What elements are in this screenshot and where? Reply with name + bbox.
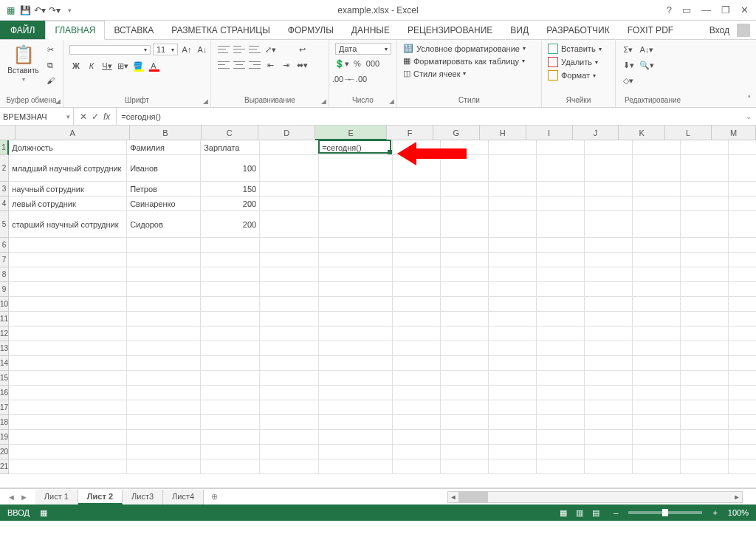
cell[interactable] bbox=[489, 211, 537, 238]
cell[interactable] bbox=[537, 253, 585, 267]
align-center-icon[interactable] bbox=[233, 58, 246, 72]
cell[interactable] bbox=[441, 386, 489, 400]
cell[interactable] bbox=[127, 341, 201, 356]
row-header-3[interactable]: 3 bbox=[0, 182, 9, 196]
cell[interactable] bbox=[729, 371, 756, 386]
login-link[interactable]: Вход bbox=[709, 25, 729, 35]
cell[interactable] bbox=[537, 415, 585, 430]
cell[interactable] bbox=[729, 341, 756, 356]
cell[interactable] bbox=[127, 326, 201, 341]
indent-increase-icon[interactable]: ⇥ bbox=[279, 58, 292, 72]
cell[interactable] bbox=[319, 312, 393, 326]
cell[interactable] bbox=[489, 267, 537, 282]
cell[interactable] bbox=[441, 253, 489, 267]
format-painter-icon[interactable]: 🖌 bbox=[44, 74, 57, 87]
align-middle-icon[interactable] bbox=[233, 43, 246, 56]
cell[interactable] bbox=[441, 326, 489, 341]
cell[interactable] bbox=[9, 400, 127, 415]
cell[interactable] bbox=[201, 430, 260, 445]
conditional-formatting-button[interactable]: 🔢Условное форматирование▾ bbox=[403, 43, 526, 54]
cell[interactable] bbox=[729, 182, 756, 196]
cell[interactable] bbox=[633, 386, 681, 400]
cell[interactable]: старший научный сотрудник bbox=[9, 211, 127, 238]
qat-customize-icon[interactable]: ▾ bbox=[63, 4, 75, 16]
cell[interactable] bbox=[681, 326, 729, 341]
cell[interactable] bbox=[633, 297, 681, 312]
delete-cells-button[interactable]: Удалить▾ bbox=[548, 56, 598, 68]
cell[interactable] bbox=[393, 445, 441, 459]
sheet-tab[interactable]: Лист 1 bbox=[35, 490, 78, 504]
fill-icon[interactable]: ⬇▾ bbox=[622, 58, 635, 72]
cell[interactable] bbox=[393, 196, 441, 211]
cell[interactable] bbox=[633, 459, 681, 474]
tab-главная[interactable]: ГЛАВНАЯ bbox=[45, 21, 105, 40]
collapse-ribbon-icon[interactable]: ˄ bbox=[747, 95, 752, 104]
cell[interactable] bbox=[681, 253, 729, 267]
row-header-14[interactable]: 14 bbox=[0, 356, 9, 371]
cell[interactable]: 200 bbox=[201, 196, 260, 211]
cell[interactable] bbox=[9, 371, 127, 386]
cell[interactable] bbox=[127, 415, 201, 430]
cell[interactable] bbox=[319, 341, 393, 356]
cell[interactable] bbox=[127, 253, 201, 267]
cell[interactable] bbox=[393, 415, 441, 430]
tab-рецензирование[interactable]: РЕЦЕНЗИРОВАНИЕ bbox=[399, 21, 501, 39]
cell[interactable] bbox=[441, 155, 489, 182]
cell[interactable] bbox=[681, 297, 729, 312]
cut-icon[interactable]: ✂ bbox=[44, 43, 57, 56]
row-header-1[interactable]: 1 bbox=[0, 140, 9, 155]
italic-button[interactable]: К bbox=[85, 59, 98, 72]
cell[interactable] bbox=[537, 312, 585, 326]
cell[interactable] bbox=[537, 196, 585, 211]
align-top-icon[interactable] bbox=[217, 43, 230, 56]
cell[interactable] bbox=[681, 282, 729, 297]
cell[interactable] bbox=[9, 356, 127, 371]
cell[interactable] bbox=[260, 415, 319, 430]
col-header-E[interactable]: E bbox=[315, 126, 387, 140]
cell[interactable] bbox=[441, 445, 489, 459]
cell[interactable] bbox=[729, 356, 756, 371]
cell[interactable] bbox=[9, 415, 127, 430]
cell[interactable] bbox=[441, 196, 489, 211]
cell[interactable] bbox=[633, 356, 681, 371]
enter-formula-icon[interactable]: ✓ bbox=[92, 112, 99, 122]
cell[interactable] bbox=[681, 238, 729, 253]
border-button[interactable]: ⊞▾ bbox=[116, 59, 129, 72]
cell[interactable] bbox=[260, 238, 319, 253]
cell[interactable] bbox=[441, 140, 489, 155]
indent-decrease-icon[interactable]: ⇤ bbox=[264, 58, 277, 72]
cell[interactable] bbox=[441, 371, 489, 386]
cell[interactable] bbox=[393, 155, 441, 182]
cell[interactable] bbox=[393, 182, 441, 196]
cell[interactable] bbox=[633, 282, 681, 297]
cell[interactable] bbox=[9, 386, 127, 400]
col-header-H[interactable]: H bbox=[480, 126, 526, 140]
cell[interactable] bbox=[319, 459, 393, 474]
decrease-decimal-icon[interactable]: ←.00 bbox=[351, 72, 364, 86]
cell[interactable] bbox=[127, 400, 201, 415]
scroll-thumb[interactable] bbox=[458, 492, 488, 502]
help-icon[interactable]: ? bbox=[667, 4, 672, 16]
cell[interactable]: 200 bbox=[201, 211, 260, 238]
cell[interactable] bbox=[127, 386, 201, 400]
col-header-K[interactable]: K bbox=[619, 126, 665, 140]
cell[interactable] bbox=[260, 267, 319, 282]
minimize-icon[interactable]: — bbox=[701, 4, 711, 16]
redo-icon[interactable]: ↷▾ bbox=[49, 4, 61, 16]
cell[interactable] bbox=[681, 445, 729, 459]
cell[interactable] bbox=[319, 155, 393, 182]
cell[interactable] bbox=[127, 371, 201, 386]
cell[interactable] bbox=[260, 445, 319, 459]
col-header-D[interactable]: D bbox=[258, 126, 315, 140]
tab-разработчик[interactable]: РАЗРАБОТЧИК bbox=[537, 21, 619, 39]
cell[interactable] bbox=[729, 140, 756, 155]
decrease-font-icon[interactable]: A↓ bbox=[196, 43, 209, 56]
cell[interactable] bbox=[489, 386, 537, 400]
align-right-icon[interactable] bbox=[248, 58, 261, 72]
increase-font-icon[interactable]: A↑ bbox=[180, 43, 193, 56]
cell-styles-button[interactable]: ◫Стили ячеек▾ bbox=[403, 68, 466, 79]
cell[interactable]: 150 bbox=[201, 182, 260, 196]
row-header-20[interactable]: 20 bbox=[0, 445, 9, 459]
col-header-C[interactable]: C bbox=[202, 126, 258, 140]
cell[interactable] bbox=[489, 459, 537, 474]
